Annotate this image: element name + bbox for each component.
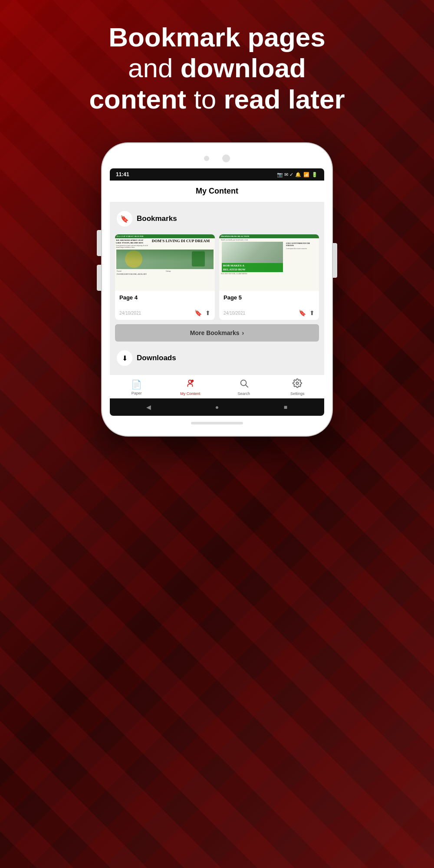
android-recent-button[interactable]: ■ <box>281 403 290 411</box>
np2-header: PROPER DRAW REACTION <box>219 234 319 238</box>
headline-section: Bookmark pages and download content to r… <box>0 13 434 123</box>
card-2-bookmark-icon[interactable]: 🔖 <box>299 309 306 316</box>
bookmarks-section-header: 🔖 Bookmarks <box>115 207 319 230</box>
status-bar: 11:41 📷 ✉ ✓ 🔔 📶 🔋 <box>110 168 324 181</box>
more-bookmarks-button[interactable]: More Bookmarks › <box>115 324 319 342</box>
search-icon <box>239 378 249 390</box>
card-1-bookmark-icon[interactable]: 🔖 <box>194 309 202 316</box>
nav-item-search[interactable]: Search <box>217 378 271 396</box>
nav-label-search: Search <box>237 391 250 396</box>
android-home-button[interactable]: ● <box>213 403 221 411</box>
svg-point-1 <box>192 380 194 382</box>
home-indicator <box>191 422 243 424</box>
android-nav-bar: ◀ ● ■ <box>110 398 324 416</box>
nav-label-paper: Paper <box>132 391 142 395</box>
my-content-icon <box>185 378 195 390</box>
bookmark-card-1[interactable]: FA CUP FIRST ROUND WE SHOWED SPIRIT JUST… <box>115 234 215 320</box>
chevron-right-icon: › <box>242 329 244 336</box>
card-1-page-title: Page 4 <box>119 294 210 301</box>
bookmark-card-2[interactable]: PROPER DRAW REACTION Small can finally p… <box>219 234 319 320</box>
bookmarks-title: Bookmarks <box>137 214 177 223</box>
camera-dot-small <box>204 156 209 161</box>
nav-label-my-content: My Content <box>180 391 200 396</box>
bookmarks-icon-circle: 🔖 <box>117 211 132 227</box>
svg-point-4 <box>296 382 299 385</box>
settings-icon <box>293 378 302 390</box>
app-content: 🔖 Bookmarks FA CUP FIRST ROUND <box>110 202 324 375</box>
newspaper-page-5: PROPER DRAW REACTION Small can finally p… <box>219 234 319 291</box>
phone-screen: 11:41 📷 ✉ ✓ 🔔 📶 🔋 My Content 🔖 Boo <box>110 168 324 416</box>
android-back-button[interactable]: ◀ <box>144 403 153 411</box>
status-icons-text: 📷 ✉ ✓ <box>277 172 293 178</box>
card-1-actions: 🔖 ⬆ <box>194 309 210 316</box>
newspaper-page-4: FA CUP FIRST ROUND WE SHOWED SPIRIT JUST… <box>115 234 215 291</box>
card-2-info: Page 5 24/10/2021 🔖 ⬆ <box>219 291 319 320</box>
svg-line-3 <box>246 385 248 387</box>
status-time: 11:41 <box>116 171 129 178</box>
bookmark-icon: 🔖 <box>120 215 129 223</box>
card-1-footer: 24/10/2021 🔖 ⬆ <box>119 309 210 316</box>
card-2-share-icon[interactable]: ⬆ <box>309 309 315 316</box>
card-2-footer: 24/10/2021 🔖 ⬆ <box>224 309 315 316</box>
phone-body: 11:41 📷 ✉ ✓ 🔔 📶 🔋 My Content 🔖 Boo <box>102 143 332 436</box>
phone-camera-bar <box>110 151 324 168</box>
app-header: My Content <box>110 181 324 202</box>
status-icons: 📷 ✉ ✓ 🔔 📶 🔋 <box>277 172 318 178</box>
card-2-actions: 🔖 ⬆ <box>299 309 315 316</box>
nav-item-settings[interactable]: Settings <box>271 378 325 396</box>
downloads-title: Downloads <box>137 354 176 362</box>
nav-item-paper[interactable]: 📄 Paper <box>110 379 164 395</box>
card-1-share-icon[interactable]: ⬆ <box>205 309 210 316</box>
card-2-page-title: Page 5 <box>224 294 315 301</box>
card-2-image: PROPER DRAW REACTION Small can finally p… <box>219 234 319 291</box>
paper-icon: 📄 <box>131 379 142 390</box>
status-signal-icons: 🔔 📶 🔋 <box>295 172 318 178</box>
headline-text: Bookmark pages and download content to r… <box>26 22 408 115</box>
phone-mockup: 11:41 📷 ✉ ✓ 🔔 📶 🔋 My Content 🔖 Boo <box>102 143 332 436</box>
nav-item-my-content[interactable]: My Content <box>164 378 217 396</box>
downloads-section: ⬇ Downloads <box>115 347 319 369</box>
np2-footer: WAS JUST TOO YATE, CLAIM WHITES <box>219 273 319 275</box>
app-title: My Content <box>196 187 238 195</box>
card-1-date: 24/10/2021 <box>119 311 141 316</box>
phone-bottom-bar <box>110 416 324 428</box>
downloads-icon-circle: ⬇ <box>117 350 132 366</box>
nav-label-settings: Settings <box>290 391 305 396</box>
np1-footer: FLOODLIGHT FAILURE...KICK-OFF <box>115 273 215 276</box>
bottom-nav: 📄 Paper My Content <box>110 375 324 398</box>
card-1-image: FA CUP FIRST ROUND WE SHOWED SPIRIT JUST… <box>115 234 215 291</box>
np1-image <box>116 250 214 269</box>
card-1-info: Page 4 24/10/2021 🔖 ⬆ <box>115 291 215 320</box>
card-2-date: 24/10/2021 <box>224 311 245 316</box>
np1-headline: DOM'S LIVING DI CUP DREAM <box>150 238 215 244</box>
download-icon: ⬇ <box>122 354 128 362</box>
np1-header: FA CUP FIRST ROUND <box>115 234 215 238</box>
bookmarks-cards-grid: FA CUP FIRST ROUND WE SHOWED SPIRIT JUST… <box>115 234 319 320</box>
camera-dot-large <box>222 155 230 162</box>
